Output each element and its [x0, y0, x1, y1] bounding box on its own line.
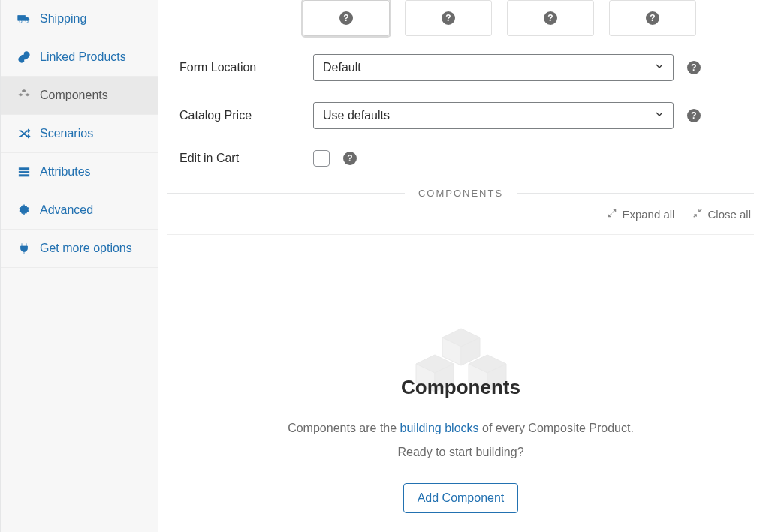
expand-all-label: Expand all [622, 208, 674, 221]
list-icon [17, 165, 31, 179]
plug-icon [17, 242, 31, 255]
sidebar-item-linked-products[interactable]: Linked Products [1, 38, 158, 77]
edit-in-cart-checkbox[interactable] [313, 150, 330, 167]
expand-collapse-bar: Expand all Close all [167, 203, 754, 235]
add-component-button[interactable]: Add Component [403, 483, 519, 513]
svg-point-1 [26, 20, 28, 23]
sidebar-item-components[interactable]: Components [1, 77, 158, 115]
form-location-label: Form Location [179, 61, 300, 74]
catalog-price-label: Catalog Price [179, 109, 300, 122]
sidebar-item-get-more-options[interactable]: Get more options [1, 230, 158, 268]
empty-subtext: Ready to start building? [397, 446, 523, 459]
svg-rect-3 [19, 171, 29, 173]
sidebar-item-label: Components [40, 89, 108, 102]
chevron-down-icon [653, 60, 665, 75]
section-title: COMPONENTS [418, 188, 503, 199]
help-icon[interactable]: ? [687, 109, 701, 122]
sidebar-item-scenarios[interactable]: Scenarios [1, 115, 158, 153]
sidebar-item-label: Linked Products [40, 50, 126, 64]
sidebar-item-label: Get more options [40, 242, 132, 255]
catalog-price-value: Use defaults [323, 109, 390, 122]
shuffle-icon [17, 127, 31, 140]
help-icon[interactable]: ? [343, 152, 357, 165]
help-icon[interactable]: ? [339, 11, 353, 25]
row-form-location: Form Location Default ? [179, 54, 754, 81]
help-icon[interactable]: ? [646, 11, 659, 25]
form-location-value: Default [323, 61, 361, 74]
cubes-icon [17, 89, 31, 102]
help-icon[interactable]: ? [442, 11, 455, 25]
building-blocks-link[interactable]: building blocks [400, 422, 479, 434]
sidebar-item-label: Shipping [40, 12, 86, 26]
gear-icon [17, 203, 31, 217]
layout-option-cards: ? ? ? ? [303, 0, 754, 36]
svg-rect-4 [19, 175, 29, 176]
expand-icon [607, 208, 617, 221]
layout-option-4[interactable]: ? [609, 0, 696, 36]
row-edit-in-cart: Edit in Cart ? [179, 150, 754, 167]
link-icon [17, 50, 31, 64]
empty-description: Components are the building blocks of ev… [288, 422, 634, 435]
truck-icon [17, 12, 31, 26]
product-data-sidebar: Shipping Linked Products Components Scen… [1, 0, 158, 532]
sidebar-item-label: Advanced [40, 203, 93, 217]
chevron-down-icon [653, 108, 665, 123]
svg-rect-2 [19, 168, 29, 170]
close-all-label: Close all [707, 208, 751, 221]
sidebar-item-advanced[interactable]: Advanced [1, 191, 158, 230]
main-panel: ? ? ? ? Form Location Default ? Cata [158, 0, 769, 532]
collapse-icon [692, 208, 703, 221]
sidebar-item-attributes[interactable]: Attributes [1, 153, 158, 191]
help-icon[interactable]: ? [687, 61, 701, 74]
form-location-select[interactable]: Default [313, 54, 674, 81]
sidebar-item-label: Attributes [40, 165, 91, 179]
sidebar-item-shipping[interactable]: Shipping [1, 0, 158, 38]
layout-option-3[interactable]: ? [507, 0, 594, 36]
help-icon[interactable]: ? [544, 11, 557, 25]
expand-all-link[interactable]: Expand all [607, 208, 674, 221]
svg-point-0 [20, 20, 22, 23]
catalog-price-select[interactable]: Use defaults [313, 102, 674, 129]
row-catalog-price: Catalog Price Use defaults ? [179, 102, 754, 129]
empty-heading: Components [401, 376, 520, 399]
components-empty-state: Components Components are the building b… [167, 235, 754, 513]
sidebar-item-label: Scenarios [40, 127, 93, 140]
components-section-divider: COMPONENTS [167, 188, 754, 199]
close-all-link[interactable]: Close all [692, 208, 751, 221]
edit-in-cart-label: Edit in Cart [179, 152, 300, 165]
layout-option-1[interactable]: ? [303, 0, 390, 36]
layout-option-2[interactable]: ? [405, 0, 492, 36]
